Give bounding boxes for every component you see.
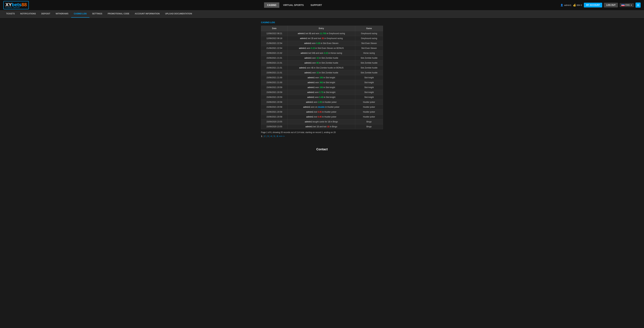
page-separator: | xyxy=(272,135,273,138)
cell-entry: admin1 won on double in Hustler poker xyxy=(288,105,355,110)
page-link-3[interactable]: 3 xyxy=(267,135,268,138)
cell-game: Hustler poker xyxy=(355,115,383,119)
cell-date: 15/06/2021 21:00 xyxy=(261,80,288,85)
cell-date: 15/06/2021 20:58 xyxy=(261,105,288,110)
cell-date: 15/06/2021 20:58 xyxy=(261,115,288,119)
table-row: 15/06/2021 20:59admin1 won 15$ in Slot k… xyxy=(261,85,383,90)
cell-entry: admin1 bet 1$ and lost 1$ in Bingo xyxy=(288,124,355,129)
header: XYbets88 crypto casino CASINO VIRTUAL SP… xyxy=(0,0,644,10)
cell-date: 12/08/2022 08:18 xyxy=(261,36,288,41)
language-selector[interactable]: ENG ▼ xyxy=(620,3,634,7)
cell-entry: admin1 won 1$ in Slot Zombie hustle xyxy=(288,56,355,60)
subnav-casino-log[interactable]: CASINO LOG xyxy=(71,10,90,17)
subnav-withdraws[interactable]: WITHDRAWS xyxy=(53,10,71,17)
logo-sub: crypto casino xyxy=(6,6,20,8)
nav-casino[interactable]: CASINO xyxy=(264,2,279,8)
table-row: 15/06/2021 20:59admin1 won 0.7$ in Slot … xyxy=(261,90,383,95)
page-link->[interactable]: > xyxy=(283,135,284,138)
cell-game: Slot knight xyxy=(355,85,383,90)
table-row: 21/06/2021 22:54admin1 won 0.2$ in Slot … xyxy=(261,41,383,46)
section-title: CASINO LOG xyxy=(261,21,383,24)
subnav-deposit[interactable]: DEPOSIT xyxy=(38,10,53,17)
cell-game: Greyhound racing xyxy=(355,31,383,36)
page-separator: | xyxy=(263,135,264,138)
cell-game: Bingo xyxy=(355,119,383,124)
cell-date: 12/08/2022 08:21 xyxy=(261,31,288,36)
table-row: 15/06/2021 21:01admin1 won 1$ in Slot Zo… xyxy=(261,56,383,60)
cell-game: Slot Zombie hustle xyxy=(355,56,383,60)
cell-game: Slot Even Steven xyxy=(355,41,383,46)
username: admin1 xyxy=(564,4,572,6)
logo-area: XYbets88 crypto casino xyxy=(4,1,29,9)
cell-entry: admin1 bought cards for 1$ in Bingo xyxy=(288,119,355,124)
cell-date: 15/06/2021 21:01 xyxy=(261,70,288,75)
page-link-2[interactable]: 2 xyxy=(264,135,266,138)
nav-virtual-sports[interactable]: VIRTUAL SPORTS xyxy=(280,2,307,8)
table-row: 15/06/2021 20:58admin1 won 1.6$ in Hustl… xyxy=(261,100,383,105)
balance-info: 684 € xyxy=(573,4,582,6)
table-row: 15/06/2021 21:01admin1 won 1$ in Slot Zo… xyxy=(261,70,383,75)
header-right: admin1 684 € MY ACCOUNT LOG OUT ENG ▼ ⚙ xyxy=(560,2,640,7)
cell-date: 15/06/2021 20:59 xyxy=(261,90,288,95)
language-label: ENG xyxy=(625,4,630,6)
cell-date: 21/06/2021 22:54 xyxy=(261,41,288,46)
nav-support[interactable]: SUPPORT xyxy=(308,2,325,8)
cell-entry: admin1 bet 2$ and lost 2$ in Greyhound r… xyxy=(288,36,355,41)
logout-button[interactable]: LOG OUT xyxy=(604,3,618,7)
page-link->>>[interactable]: >>> xyxy=(279,135,282,138)
user-icon xyxy=(560,4,563,6)
cell-game: Slot Zombie hustle xyxy=(355,60,383,65)
casino-log-table: Date Entry Game 12/08/2022 08:21admin1 b… xyxy=(261,26,383,129)
pagination-links: 1 | 2 | 3 | 4 | 5 | 6>>>> xyxy=(261,135,383,138)
cell-game: Slot Zombie hustle xyxy=(355,65,383,70)
footer-contact: Contact xyxy=(0,141,644,155)
user-info: admin1 xyxy=(560,4,572,6)
cell-game: Hustler poker xyxy=(355,110,383,115)
flag-icon xyxy=(621,4,625,6)
cell-date: 15/06/2021 20:59 xyxy=(261,85,288,90)
cell-game: Horse racing xyxy=(355,51,383,56)
cell-game: Greyhound racing xyxy=(355,36,383,41)
subnav-settings[interactable]: SETTINGS xyxy=(90,10,105,17)
page-separator: | xyxy=(269,135,270,138)
cell-date: 15/06/2021 20:58 xyxy=(261,100,288,105)
subnav-upload-documentation[interactable]: UPLOAD DOCUMENTATION xyxy=(162,10,195,17)
col-entry: Entry xyxy=(288,26,355,31)
cell-date: 15/06/2021 21:01 xyxy=(261,60,288,65)
main-content: CASINO LOG Date Entry Game 12/08/2022 08… xyxy=(258,18,386,141)
table-row: 15/06/2021 21:01admin1 won 8$ in Slot Zo… xyxy=(261,60,383,65)
cell-date: 15/06/2021 21:01 xyxy=(261,56,288,60)
page-separator: | xyxy=(266,135,266,138)
page-link-4[interactable]: 4 xyxy=(270,135,272,138)
page-link-6[interactable]: 6 xyxy=(277,135,278,138)
page-separator: | xyxy=(276,135,276,138)
cell-date: 15/09/2020 23:55 xyxy=(261,119,288,124)
table-row: 15/09/2020 23:55admin1 bet 1$ and lost 1… xyxy=(261,124,383,129)
cell-date: 15/06/2021 21:01 xyxy=(261,65,288,70)
subnav-tickets[interactable]: TICKETS xyxy=(4,10,18,17)
subnav-promotional-code[interactable]: PROMOTIONAL CODE xyxy=(105,10,132,17)
page-current: 1 xyxy=(261,135,262,138)
cell-game: Bingo xyxy=(355,124,383,129)
cell-entry: admin1 lost 0.4$ in Hustler poker xyxy=(288,110,355,115)
cell-game: Slot Zombie hustle xyxy=(355,70,383,75)
cell-date: 15/06/2021 20:58 xyxy=(261,110,288,115)
settings-gear-button[interactable]: ⚙ xyxy=(636,2,640,7)
cell-entry: admin1 won 1.6$ in Hustler poker xyxy=(288,100,355,105)
my-account-button[interactable]: MY ACCOUNT xyxy=(584,3,602,7)
cell-entry: admin1 won 36$ in Slot knight xyxy=(288,80,355,85)
cell-entry: admin1 won 8$ in Slot Zombie hustle xyxy=(288,60,355,65)
cell-game: Slot knight xyxy=(355,80,383,85)
table-row: 15/06/2021 21:00admin1 won 36$ in Slot k… xyxy=(261,80,383,85)
subnav-notifications[interactable]: NOTIFICATIONS xyxy=(18,10,38,17)
table-row: 15/06/2021 21:00admin1 won 15$ in Slot k… xyxy=(261,75,383,80)
table-row: 15/06/2021 20:58admin1 lost 0.4$ in Hust… xyxy=(261,115,383,119)
cell-entry: admin1 won 0.2$ in Slot Even Steven xyxy=(288,41,355,46)
subnav-account-information[interactable]: ACCOUNT INFORMATION xyxy=(132,10,162,17)
cell-game: Slot knight xyxy=(355,90,383,95)
cell-entry: admin1 lost 0.4$ in Hustler poker xyxy=(288,115,355,119)
cell-entry: admin1 won 4$ in Slot Zombie hustle on B… xyxy=(288,65,355,70)
balance: 684 € xyxy=(576,4,582,6)
cell-entry: admin1 won 0.1$ in Slot Even Steven on B… xyxy=(288,46,355,51)
page-link-5[interactable]: 5 xyxy=(274,135,275,138)
